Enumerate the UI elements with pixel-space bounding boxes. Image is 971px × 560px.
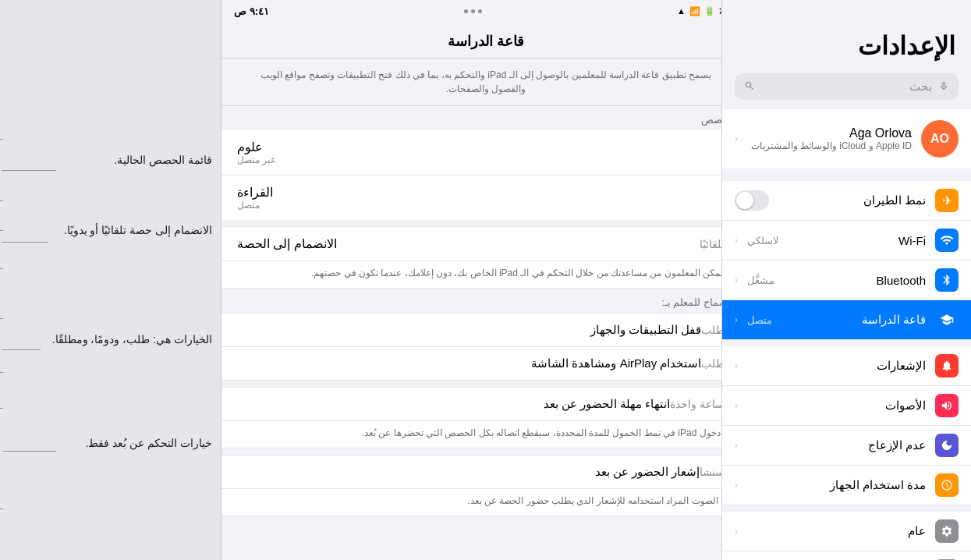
dnd-chevron-icon: ‹ xyxy=(735,440,738,451)
sidebar-general-label: عام xyxy=(747,524,926,538)
class-title-reading: القراءة xyxy=(237,185,273,200)
classroom-panel: قاعة الدراسة يسمح تطبيق قاعة الدراسة للم… xyxy=(221,22,750,560)
sidebar-item-notifications[interactable]: الإشعارات ‹ xyxy=(722,346,971,386)
wifi-icon: 📶 xyxy=(689,6,700,16)
dnd-icon xyxy=(935,434,959,457)
classes-group: ‹ علوم غير متصل ‹ القراءة متصل xyxy=(221,130,750,220)
search-bar[interactable]: بحث xyxy=(735,73,959,100)
join-class-title: الانضمام إلى الحصة xyxy=(237,236,337,251)
bracket-allow xyxy=(0,318,3,373)
dot1 xyxy=(478,9,482,13)
annotation-line-2 xyxy=(2,242,48,243)
sounds-chevron-icon: ‹ xyxy=(735,400,738,411)
bluetooth-chevron-icon: ‹ xyxy=(735,275,738,285)
user-info: Aga Orlova Apple ID و iCloud والوسائط وا… xyxy=(747,126,912,151)
bracket-remote xyxy=(0,408,3,509)
sidebar-item-wifi[interactable]: Wi-Fi لاسلكي ‹ xyxy=(722,221,971,261)
absence-title: انتهاء مهلة الحضور عن بعد xyxy=(544,397,671,410)
top-dots xyxy=(464,9,482,13)
sidebar-item-classroom[interactable]: قاعة الدراسة متصل ‹ xyxy=(722,300,971,340)
user-subtitle: Apple ID و iCloud والوسائط والمشتريات xyxy=(747,140,912,151)
classroom-chevron-icon: ‹ xyxy=(735,314,738,325)
allow-teacher-header: السماح للمعلم بـ: xyxy=(221,289,750,313)
divider-1 xyxy=(722,175,971,181)
battery-icon: 🔋 xyxy=(704,6,715,16)
annotation-line-1 xyxy=(2,170,56,171)
screentime-icon xyxy=(935,473,959,497)
sidebar-bluetooth-value: مشغَّل xyxy=(747,275,774,286)
annotation-classes: قائمة الحصص الحالية. xyxy=(56,152,212,168)
toggle-knob xyxy=(736,192,753,209)
search-icon xyxy=(744,80,755,94)
settings-title: الإعدادات xyxy=(722,0,971,73)
sidebar-item-sounds[interactable]: الأصوات ‹ xyxy=(722,386,971,426)
class-title-science: علوم xyxy=(237,140,263,154)
sidebar-classroom-value: متصل xyxy=(747,314,772,326)
annotation-options: الخيارات هي: طلب، ودومًا، ومطلقًا. xyxy=(41,331,212,348)
sidebar-item-screentime[interactable]: مدة استخدام الجهاز ‹ xyxy=(722,466,971,505)
annotation-line-3 xyxy=(2,349,41,350)
absence-desc: بعد دخول iPad في نمط الخمول للمدة المحدد… xyxy=(221,421,750,448)
sidebar-item-general[interactable]: عام ‹ xyxy=(722,512,971,551)
class-subtitle-reading: متصل xyxy=(237,200,260,211)
bracket-join xyxy=(0,230,3,269)
bluetooth-icon xyxy=(935,268,959,292)
class-row-reading[interactable]: ‹ القراءة متصل xyxy=(221,175,750,220)
sidebar-dnd-label: عدم الإزعاج xyxy=(747,438,926,452)
allow-teacher-group: ‹ طلب قفل التطبيقات والجهاز ‹ طلب استخدا… xyxy=(221,313,750,381)
annotation-line-4 xyxy=(3,451,56,452)
sidebar-bluetooth-label: Bluetooth xyxy=(784,274,926,287)
sidebar-item-bluetooth[interactable]: Bluetooth مشغَّل ‹ xyxy=(722,261,971,300)
classroom-icon xyxy=(935,308,959,331)
airplane-icon: ✈ xyxy=(935,189,959,212)
annotation-remote: خيارات التحكم عن بُعد فقط. xyxy=(56,435,212,452)
sidebar-item-control[interactable]: مركز التحكم ‹ xyxy=(722,551,971,560)
classes-section-header: الحصص xyxy=(221,106,750,130)
classroom-description: يسمح تطبيق قاعة الدراسة للمعلمين بالوصول… xyxy=(221,58,750,106)
absence-row[interactable]: ‹ ساعة واحدة انتهاء مهلة الحضور عن بعد xyxy=(221,388,750,421)
dot2 xyxy=(471,9,475,13)
allow-row-apps[interactable]: ‹ طلب قفل التطبيقات والجهاز xyxy=(221,314,750,347)
status-time: ٩:٤١ ص xyxy=(234,5,269,17)
sidebar-wifi-label: Wi-Fi xyxy=(788,234,926,247)
class-subtitle-science: غير متصل xyxy=(237,154,275,165)
search-placeholder: بحث xyxy=(761,80,932,94)
notify-title: إشعار الحضور عن بعد xyxy=(595,465,700,478)
general-chevron-icon: ‹ xyxy=(735,526,738,537)
absence-group: ‹ ساعة واحدة انتهاء مهلة الحضور عن بعد ب… xyxy=(221,387,750,448)
bracket-classes xyxy=(0,139,3,201)
user-name: Aga Orlova xyxy=(747,126,912,140)
screentime-chevron-icon: ‹ xyxy=(735,480,738,491)
mic-icon xyxy=(938,80,949,94)
sidebar-notifications-label: الإشعارات xyxy=(747,359,926,373)
user-avatar: AO xyxy=(921,120,959,158)
wifi-settings-icon xyxy=(935,229,959,252)
sidebar-screentime-label: مدة استخدام الجهاز xyxy=(747,478,926,492)
user-chevron-icon: ‹ xyxy=(735,133,738,144)
classroom-scroll[interactable]: الحصص ‹ علوم غير متصل ‹ القراءة متصل xyxy=(221,106,750,560)
user-profile[interactable]: AO Aga Orlova Apple ID و iCloud والوسائط… xyxy=(722,109,971,168)
sidebar-classroom-label: قاعة الدراسة xyxy=(781,313,926,327)
absence-section: ‹ ساعة واحدة انتهاء مهلة الحضور عن بعد ب… xyxy=(221,387,750,516)
absence-value: ساعة واحدة xyxy=(670,398,725,410)
allow-airplay-title: استخدام AirPlay ومشاهدة الشاشة xyxy=(531,356,701,370)
join-class-row[interactable]: ‹ تلقائيًا الانضمام إلى الحصة xyxy=(221,227,750,261)
notify-row[interactable]: ‹ سنشا إشعار الحضور عن بعد xyxy=(221,455,750,489)
airplane-toggle[interactable] xyxy=(735,190,769,211)
class-row-science[interactable]: ‹ علوم غير متصل xyxy=(221,130,750,175)
sounds-icon xyxy=(935,394,959,417)
status-bar: ١٠٠٪ 🔋 📶 ▲ ٩:٤١ ص xyxy=(221,0,750,22)
sidebar-item-airplane[interactable]: ✈ نمط الطيران xyxy=(722,181,971,221)
annotations-panel: قائمة الحصص الحالية. الانضمام إلى حصة تل… xyxy=(0,0,218,560)
ipad-frame: ١٠٠٪ 🔋 📶 ▲ ٩:٤١ ص قاعة الدراسة يسمح تطبي… xyxy=(221,0,751,560)
notifications-icon xyxy=(935,354,959,377)
classroom-title: قاعة الدراسة xyxy=(221,22,750,58)
sidebar-item-dnd[interactable]: عدم الإزعاج ‹ xyxy=(722,426,971,466)
dot3 xyxy=(464,9,468,13)
notify-desc: حدد الصوت المراد استخدامه للإشعار الذي ي… xyxy=(221,489,750,516)
allow-apps-title: قفل التطبيقات والجهاز xyxy=(590,323,701,336)
allow-row-airplay[interactable]: ‹ طلب استخدام AirPlay ومشاهدة الشاشة xyxy=(221,347,750,380)
notify-group: ‹ سنشا إشعار الحضور عن بعد حدد الصوت الم… xyxy=(221,455,750,516)
location-icon: ▲ xyxy=(677,6,686,16)
join-class-desc: سيتمكن المعلمون من مساعدتك من خلال التحك… xyxy=(221,261,750,288)
